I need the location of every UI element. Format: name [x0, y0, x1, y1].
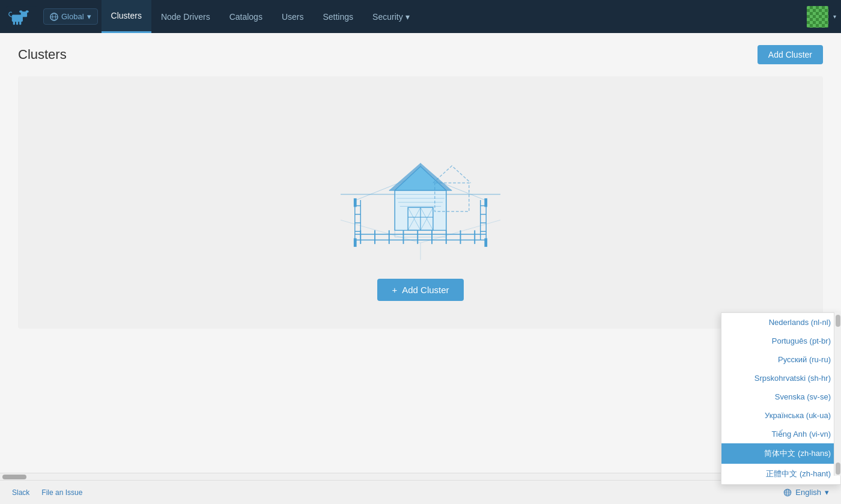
lang-item-zh-hant[interactable]: 正體中文 (zh-hant) — [721, 464, 840, 480]
lang-item-sv[interactable]: Svenska (sv-se) — [721, 387, 840, 406]
svg-point-7 — [26, 10, 29, 13]
nav-item-security[interactable]: Security ▾ — [363, 0, 419, 33]
lang-item-pt-br[interactable]: Português (pt-br) — [721, 332, 840, 350]
nav-item-settings[interactable]: Settings — [313, 0, 363, 33]
add-cluster-header-button[interactable]: Add Cluster — [758, 45, 823, 64]
lang-item-nl[interactable]: Nederlands (nl-nl) — [721, 313, 840, 332]
user-avatar[interactable] — [807, 6, 828, 28]
page-header: Clusters Add Cluster — [18, 45, 823, 64]
user-menu-chevron[interactable]: ▾ — [833, 13, 836, 20]
nav-item-users[interactable]: Users — [272, 0, 314, 33]
lang-item-uk[interactable]: Українська (uk-ua) — [721, 406, 840, 425]
svg-point-6 — [19, 10, 22, 13]
lang-item-ru[interactable]: Русский (ru-ru) — [721, 350, 840, 369]
nav-item-clusters[interactable]: Clusters — [102, 0, 151, 33]
global-selector[interactable]: Global ▾ — [43, 8, 98, 25]
svg-rect-37 — [354, 198, 357, 207]
logo[interactable] — [6, 6, 37, 28]
global-label: Global — [61, 12, 84, 21]
main-content: Clusters Add Cluster — [0, 33, 841, 480]
lang-scrollbar-up[interactable] — [836, 315, 840, 327]
page-title: Clusters — [18, 47, 67, 62]
nav-right: ▾ — [807, 6, 841, 28]
svg-rect-4 — [16, 20, 18, 25]
global-chevron: ▾ — [87, 12, 91, 21]
svg-rect-5 — [19, 20, 21, 25]
svg-rect-36 — [484, 238, 487, 246]
h-scrollbar-thumb[interactable] — [2, 475, 26, 479]
svg-rect-38 — [484, 198, 487, 207]
add-cluster-main-button[interactable]: + Add Cluster — [377, 279, 463, 301]
plus-icon: + — [392, 285, 397, 295]
security-chevron-icon: ▾ — [405, 12, 410, 22]
farm-illustration — [306, 105, 535, 273]
language-dropdown: Nederlands (nl-nl) Português (pt-br) Рус… — [721, 312, 841, 480]
lang-item-vi[interactable]: Tiếng Anh (vi-vn) — [721, 425, 840, 443]
nav-item-catalogs[interactable]: Catalogs — [220, 0, 272, 33]
svg-rect-35 — [354, 238, 357, 246]
nav-items: Clusters Node Drivers Catalogs Users Set… — [102, 0, 807, 33]
horizontal-scrollbar[interactable] — [0, 473, 841, 480]
nav-item-node-drivers[interactable]: Node Drivers — [151, 0, 220, 33]
navbar: Global ▾ Clusters Node Drivers Catalogs … — [0, 0, 841, 33]
lang-scrollbar-down[interactable] — [836, 463, 840, 475]
svg-rect-3 — [13, 20, 15, 25]
lang-item-zh-hans[interactable]: 简体中文 (zh-hans) — [721, 443, 840, 464]
cluster-empty-state: + Add Cluster — [18, 76, 823, 329]
lang-item-sh-hr[interactable]: Srpskohrvatski (sh-hr) — [721, 369, 840, 387]
